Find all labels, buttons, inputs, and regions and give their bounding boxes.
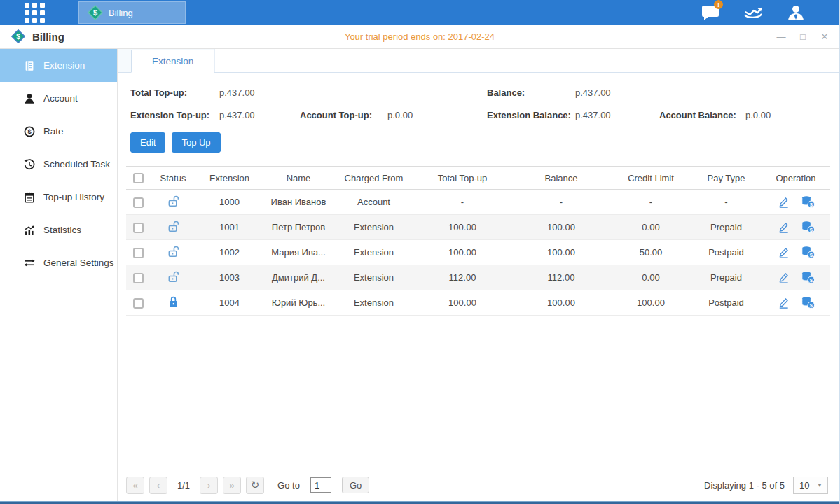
extension-balance-label: Extension Balance: (487, 110, 575, 120)
chevron-down-icon: ▼ (817, 482, 822, 489)
col-status: Status (150, 167, 196, 190)
extension-balance-value: p.437.00 (575, 110, 659, 120)
edit-row-icon[interactable] (777, 271, 790, 284)
row-checkbox[interactable] (133, 223, 144, 233)
table-header-row: Status Extension Name Charged From Total… (126, 167, 830, 190)
top-up-row-icon[interactable]: $ (801, 220, 815, 234)
top-up-row-icon[interactable]: $ (801, 271, 815, 284)
col-balance: Balance (511, 167, 611, 190)
col-charged-from: Charged From (334, 167, 413, 190)
sidebar-item-account[interactable]: Account (0, 82, 117, 115)
edit-row-icon[interactable] (777, 296, 790, 309)
table-row[interactable]: 1001 Петр Петров Extension 100.00 100.00… (126, 215, 830, 240)
notifications-chat-icon[interactable]: ! (701, 4, 720, 21)
app-body: Extension Account $ Rate (0, 49, 839, 501)
account-balance-value: p.0.00 (745, 110, 839, 120)
cell-credit-limit: - (611, 190, 691, 215)
sidebar-item-topup-history[interactable]: Top-up History (0, 181, 117, 214)
sidebar-item-scheduled-task[interactable]: Scheduled Task (0, 148, 117, 181)
cell-extension: 1001 (196, 215, 263, 240)
content-tab-strip: Extension (118, 49, 839, 73)
maximize-button[interactable]: □ (798, 31, 808, 42)
top-up-row-icon[interactable]: $ (801, 246, 815, 259)
sidebar-item-label: Statistics (43, 225, 81, 235)
history-clock-icon (23, 158, 36, 171)
topbar-billing-tab[interactable]: $ Billing (78, 1, 186, 24)
cell-pay-type: Postpaid (691, 240, 762, 265)
row-checkbox[interactable] (133, 298, 144, 309)
refresh-icon[interactable]: ↻ (246, 477, 264, 494)
account-topup-label: Account Top-up: (300, 110, 387, 120)
status-lock-icon (167, 270, 180, 284)
row-checkbox[interactable] (133, 248, 144, 258)
cell-pay-type: Prepaid (691, 215, 762, 240)
top-up-row-icon[interactable]: $ (801, 195, 815, 209)
total-topup-value: p.437.00 (219, 88, 300, 98)
cell-charged-from: Extension (334, 265, 413, 290)
sidebar-item-statistics[interactable]: Statistics (0, 214, 117, 246)
cell-charged-from: Account (334, 190, 413, 215)
col-extension: Extension (196, 167, 263, 190)
cell-pay-type: Postpaid (691, 290, 762, 316)
extension-topup-value: p.437.00 (219, 110, 300, 120)
last-page-button[interactable]: » (223, 477, 241, 494)
pagination-bar: « ‹ 1/1 › » ↻ Go to Go Displaying 1 - 5 … (118, 473, 839, 501)
edit-row-icon[interactable] (777, 246, 790, 259)
window-title: Billing (32, 31, 64, 43)
cell-pay-type: Prepaid (691, 265, 762, 290)
status-lock-icon (167, 220, 180, 233)
cell-balance: - (511, 190, 611, 215)
go-button[interactable]: Go (342, 477, 369, 493)
cell-name: Иван Иванов (263, 190, 334, 215)
sidebar-item-label: Top-up History (43, 192, 104, 202)
top-up-row-icon[interactable]: $ (801, 296, 815, 309)
cell-credit-limit: 0.00 (611, 215, 691, 240)
top-up-button[interactable]: Top Up (172, 132, 220, 153)
select-all-checkbox[interactable] (133, 173, 144, 183)
row-checkbox[interactable] (133, 273, 144, 284)
tab-extension[interactable]: Extension (131, 50, 214, 73)
edit-row-icon[interactable] (777, 220, 790, 234)
cell-total-topup: 100.00 (413, 290, 511, 316)
table-row[interactable]: 1000 Иван Иванов Account - - - - (126, 190, 830, 215)
top-bar: $ Billing ! (0, 0, 839, 25)
balance-value: p.437.00 (575, 88, 659, 98)
edit-row-icon[interactable] (777, 195, 790, 209)
app-launcher-grid-icon[interactable] (25, 3, 45, 23)
page-size-dropdown[interactable]: 10 ▼ (793, 477, 828, 494)
close-button[interactable]: ✕ (820, 31, 829, 42)
minimize-button[interactable]: — (776, 31, 786, 42)
table-row[interactable]: 1002 Мария Ива... Extension 100.00 100.0… (126, 240, 830, 265)
topbar-icons: ! (701, 0, 806, 25)
sidebar-item-rate[interactable]: $ Rate (0, 115, 117, 148)
resource-monitor-icon[interactable] (743, 4, 763, 21)
pagination-right: Displaying 1 - 5 of 5 10 ▼ (704, 477, 828, 494)
window-title-bar: $ Billing Your trial period ends on: 201… (0, 25, 839, 49)
cell-name: Петр Петров (263, 215, 334, 240)
sidebar-item-general-settings[interactable]: General Settings (0, 246, 117, 279)
page-indicator: 1/1 (177, 480, 190, 491)
cell-charged-from: Extension (334, 215, 413, 240)
settings-sliders-icon (23, 257, 36, 270)
displaying-text: Displaying 1 - 5 of 5 (704, 480, 785, 491)
table-row[interactable]: 1004 Юрий Юрь... Extension 100.00 100.00… (126, 290, 830, 316)
first-page-button[interactable]: « (126, 477, 144, 494)
table-row[interactable]: 1003 Дмитрий Д... Extension 112.00 112.0… (126, 265, 830, 290)
main-content: Extension Total Top-up: p.437.00 Extensi… (118, 49, 839, 501)
window-controls: — □ ✕ (776, 31, 829, 42)
status-lock-icon (167, 295, 180, 309)
svg-text:$: $ (93, 8, 97, 17)
user-account-icon[interactable] (786, 4, 806, 21)
prev-page-button[interactable]: ‹ (149, 477, 167, 494)
sidebar-item-label: Account (43, 93, 78, 104)
cell-extension: 1000 (196, 190, 263, 215)
goto-page-input[interactable] (310, 477, 331, 493)
next-page-button[interactable]: › (200, 477, 218, 494)
cell-charged-from: Extension (334, 240, 413, 265)
action-buttons: Edit Top Up (118, 120, 839, 153)
edit-button[interactable]: Edit (130, 132, 165, 153)
col-name: Name (263, 167, 334, 190)
window-title-group: $ Billing (11, 29, 64, 45)
row-checkbox[interactable] (133, 197, 144, 208)
sidebar-item-extension[interactable]: Extension (0, 49, 117, 82)
